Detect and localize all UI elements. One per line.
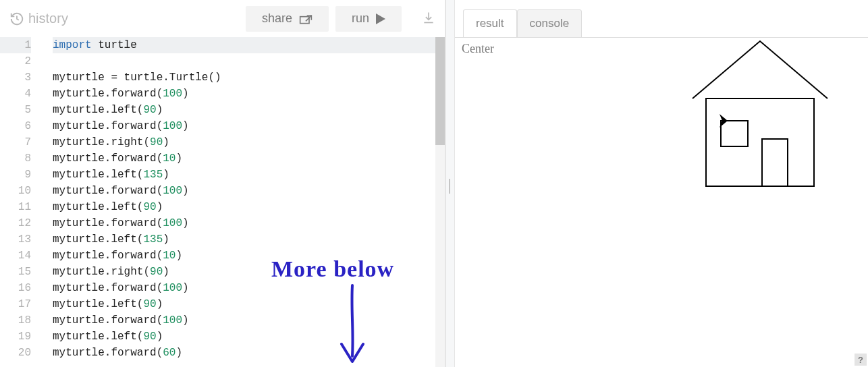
code-line[interactable]: myturtle.left(90) bbox=[53, 329, 445, 345]
tab-console[interactable]: console bbox=[517, 9, 582, 38]
line-number: 19 bbox=[0, 329, 31, 345]
toolbar: history share run bbox=[0, 0, 445, 37]
line-number: 7 bbox=[0, 134, 31, 150]
code-line[interactable]: import turtle bbox=[53, 37, 445, 53]
code-line[interactable]: myturtle.forward(60) bbox=[53, 345, 445, 361]
line-number: 20 bbox=[0, 345, 31, 361]
code-line[interactable]: myturtle.forward(100) bbox=[53, 215, 445, 231]
download-icon bbox=[422, 11, 435, 24]
run-button[interactable]: run bbox=[335, 6, 402, 32]
svg-marker-1 bbox=[376, 13, 385, 24]
line-number: 18 bbox=[0, 312, 31, 329]
line-number: 8 bbox=[0, 150, 31, 167]
share-icon bbox=[299, 13, 313, 25]
line-number: 11 bbox=[0, 199, 31, 215]
code-line[interactable] bbox=[53, 53, 445, 69]
code-line[interactable]: myturtle.forward(10) bbox=[53, 248, 445, 264]
play-icon bbox=[376, 13, 385, 24]
svg-rect-0 bbox=[300, 16, 309, 23]
code-line[interactable]: myturtle.left(90) bbox=[53, 296, 445, 312]
code-line[interactable]: myturtle.right(90) bbox=[53, 134, 445, 150]
line-number: 9 bbox=[0, 167, 31, 183]
splitter-handle-icon bbox=[449, 179, 450, 194]
history-icon bbox=[9, 11, 24, 26]
line-number: 16 bbox=[0, 280, 31, 296]
line-gutter: 1234567891011121314151617181920 bbox=[0, 37, 42, 367]
share-label: share bbox=[262, 11, 292, 26]
code-line[interactable]: myturtle.left(90) bbox=[53, 102, 445, 118]
share-button[interactable]: share bbox=[246, 6, 329, 32]
svg-rect-4 bbox=[762, 139, 788, 186]
code-line[interactable]: myturtle = turtle.Turtle() bbox=[53, 69, 445, 86]
output-pane: result console Center bbox=[455, 0, 868, 367]
run-label: run bbox=[352, 11, 369, 26]
line-number: 15 bbox=[0, 264, 31, 280]
line-number: 4 bbox=[0, 86, 31, 102]
line-number: 1 bbox=[0, 37, 31, 53]
code-line[interactable]: myturtle.forward(100) bbox=[53, 312, 445, 329]
code-line[interactable]: myturtle.forward(100) bbox=[53, 183, 445, 199]
history-label: history bbox=[28, 11, 68, 26]
code-line[interactable]: myturtle.right(90) bbox=[53, 264, 445, 280]
code-line[interactable]: myturtle.forward(100) bbox=[53, 86, 445, 102]
code-line[interactable]: myturtle.left(90) bbox=[53, 199, 445, 215]
tab-result[interactable]: result bbox=[463, 9, 517, 38]
line-number: 3 bbox=[0, 69, 31, 86]
line-number: 12 bbox=[0, 215, 31, 231]
turtle-canvas bbox=[666, 38, 855, 223]
output-tabs: result console bbox=[455, 0, 868, 37]
editor-pane: history share run 1234567891011121314151… bbox=[0, 0, 445, 367]
svg-rect-3 bbox=[721, 121, 748, 146]
code-line[interactable]: myturtle.forward(100) bbox=[53, 118, 445, 134]
editor-scrollbar[interactable] bbox=[435, 37, 445, 367]
history-button[interactable]: history bbox=[9, 11, 68, 26]
code-line[interactable]: myturtle.left(135) bbox=[53, 167, 445, 183]
help-button[interactable]: ? bbox=[855, 354, 867, 366]
line-number: 2 bbox=[0, 53, 31, 69]
line-number: 6 bbox=[0, 118, 31, 134]
line-number: 5 bbox=[0, 102, 31, 118]
svg-rect-2 bbox=[706, 98, 814, 186]
code-area[interactable]: import turtlemyturtle = turtle.Turtle()m… bbox=[42, 37, 445, 367]
output-text: Center bbox=[462, 42, 494, 55]
line-number: 10 bbox=[0, 183, 31, 199]
output-area: Center bbox=[455, 37, 868, 367]
code-line[interactable]: myturtle.left(135) bbox=[53, 231, 445, 248]
code-editor[interactable]: 1234567891011121314151617181920 import t… bbox=[0, 37, 445, 367]
code-line[interactable]: myturtle.forward(100) bbox=[53, 280, 445, 296]
line-number: 14 bbox=[0, 248, 31, 264]
pane-splitter[interactable] bbox=[445, 0, 455, 367]
code-line[interactable]: myturtle.forward(10) bbox=[53, 150, 445, 167]
download-button[interactable] bbox=[422, 11, 435, 27]
line-number: 13 bbox=[0, 231, 31, 248]
line-number: 17 bbox=[0, 296, 31, 312]
scrollbar-thumb[interactable] bbox=[435, 37, 445, 145]
